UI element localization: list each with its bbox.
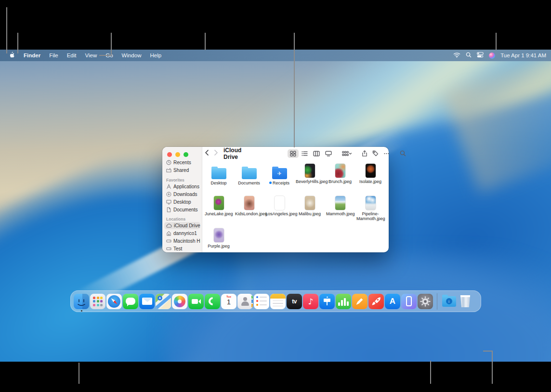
share-button[interactable] [359,149,370,158]
file-junelake[interactable]: JuneLake.jpeg [205,196,233,216]
file-desktop-folder[interactable]: Desktop [205,165,233,185]
icloud-sync-dot [269,182,272,184]
dock-item-launchpad[interactable] [90,294,105,309]
more-button[interactable] [381,149,392,158]
notes-icon [270,294,286,299]
view-mode-switcher [288,149,334,158]
dock-item-photos[interactable] [172,294,187,309]
menu-bar: Finder File Edit View Go Window Help Tue… [0,50,551,61]
dock-item-finder[interactable] [74,294,89,309]
window-controls [167,152,188,157]
dock-item-numbers[interactable] [336,294,351,309]
file-losangeles[interactable]: LosAngeles.jpeg [265,196,293,216]
sidebar-item-downloads[interactable]: Downloads [164,191,200,198]
siri-icon[interactable] [489,52,495,59]
dock-item-notes[interactable] [270,294,286,309]
file-kidslondon[interactable]: KidsLondon.jpeg [235,196,263,216]
dock-item-safari[interactable] [106,294,122,309]
dock-item-pages[interactable] [352,294,367,309]
sidebar-item-test[interactable]: Test [164,245,200,252]
dock-item-messages[interactable] [123,294,138,309]
dock-item-downloads-folder[interactable]: ↓ [441,294,457,309]
menu-bar-status: Tue Apr 1 9:41 AM [453,52,551,59]
dock-item-keynote[interactable] [319,294,335,309]
dock-item-phone[interactable] [205,294,220,309]
annotated-desktop-screenshot: Finder File Edit View Go Window Help Tue… [0,0,551,392]
sidebar-item-icloud-drive[interactable]: iCloud Drive [164,222,200,229]
zoom-button[interactable] [184,152,188,157]
sidebar-item-desktop[interactable]: Desktop [164,198,200,206]
dock-item-games[interactable] [368,294,384,309]
dock-item-trash[interactable] [458,294,473,309]
forward-button[interactable] [211,150,221,157]
dock-item-reminders[interactable] [254,294,269,309]
dock-item-tv[interactable]: tv [287,294,302,309]
menu-file[interactable]: File [45,52,63,58]
facetime-camera-icon [192,299,198,304]
file-mammoth[interactable]: Mammoth.jpeg [326,196,354,216]
wifi-icon[interactable] [453,52,460,59]
pages-pen-icon [356,298,364,305]
control-center-icon[interactable] [477,52,484,59]
dock-item-music[interactable]: ♪ [303,294,318,309]
desktop-icon [166,199,171,205]
file-receipts-folder[interactable]: ✈ Receipts [265,165,293,185]
menu-finder[interactable]: Finder [19,52,45,58]
view-icons-button[interactable] [288,149,299,158]
finder-file-grid: Desktop Documents ✈ Receipts BeverlyHill… [203,160,389,252]
tags-button[interactable] [370,149,381,158]
menu-view[interactable]: View [81,52,102,58]
view-gallery-button[interactable] [323,149,334,158]
dock-item-iphone-mirroring[interactable] [401,294,417,309]
sidebar-item-recents[interactable]: Recents [164,159,200,166]
file-pipeline-mammoth[interactable]: Pipeline-Mammoth.jpeg [356,196,384,221]
view-columns-button[interactable] [311,149,322,158]
sidebar-item-shared[interactable]: Shared [164,167,200,174]
home-icon [166,231,171,236]
folder-airplane-icon: ✈ [272,168,287,179]
dock-item-contacts[interactable] [237,294,253,309]
sidebar-item-macintosh-hd[interactable]: Macintosh HD [164,237,200,245]
file-purple[interactable]: Purple.jpeg [205,228,233,248]
apple-tv-icon: tv [292,298,297,305]
dock-item-calendar[interactable]: Tue 1 [221,294,236,309]
menu-edit[interactable]: Edit [63,52,81,58]
file-documents-folder[interactable]: Documents [235,165,263,185]
sidebar-item-dannyrico1[interactable]: dannyrico1 [164,230,200,237]
safari-compass-icon [108,295,120,308]
image-thumbnail [305,164,315,178]
photos-pinwheel-icon [174,296,185,307]
spotlight-search-icon[interactable] [466,52,472,59]
menu-help[interactable]: Help [145,52,166,58]
menu-window[interactable]: Window [118,52,146,58]
file-isolate[interactable]: Isolate.jpeg [356,164,384,184]
search-button[interactable] [397,149,408,158]
minimize-button[interactable] [175,152,180,157]
reminders-icon [256,296,267,298]
file-brunch[interactable]: Brunch.jpeg [326,164,354,184]
menu-bar-menus: Finder File Edit View Go Window Help [0,52,166,59]
folder-icon [242,168,257,179]
launchpad-icon [93,297,95,299]
group-by-button[interactable] [340,149,354,158]
sidebar-item-applications[interactable]: Applications [164,183,200,190]
music-note-icon: ♪ [308,297,314,306]
callout-line-app-menu [17,33,18,53]
dock-item-system-settings[interactable] [418,294,433,309]
sidebar-item-documents[interactable]: Documents [164,206,200,213]
dock-item-app-store[interactable]: A [385,294,400,309]
dock-item-mail[interactable] [139,294,155,309]
dock-item-maps[interactable] [156,294,171,309]
clock-icon [166,160,171,165]
close-button[interactable] [167,152,172,157]
image-thumbnail [214,228,224,242]
back-button[interactable] [202,150,211,157]
view-list-button[interactable] [299,149,310,158]
menu-bar-clock[interactable]: Tue Apr 1 9:41 AM [500,52,546,58]
dock-item-facetime[interactable] [188,294,204,309]
sidebar-section-favorites: Favorites [166,178,184,183]
iphone-mirroring-icon [406,296,412,306]
file-beverlyhills[interactable]: BeverlyHills.jpeg [296,164,324,184]
file-malibu[interactable]: Malibu.jpeg [296,196,324,216]
callout-line-control-center [496,33,497,50]
